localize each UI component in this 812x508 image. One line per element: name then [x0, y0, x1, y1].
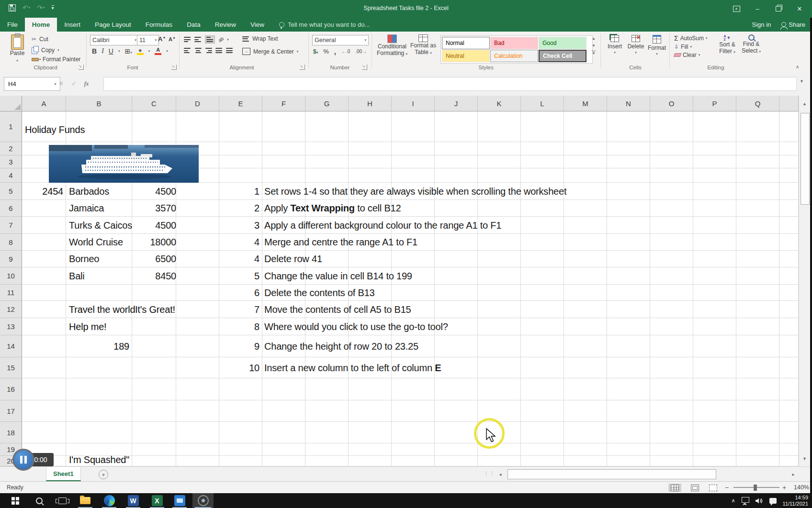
- column-header[interactable]: E: [219, 96, 262, 111]
- row-header[interactable]: 16: [0, 378, 22, 400]
- task-text-cell[interactable]: Change the value in cell B14 to 199: [264, 271, 412, 282]
- expand-formula-bar-icon[interactable]: ▼: [800, 79, 804, 84]
- task-view-button[interactable]: [53, 493, 72, 508]
- destination-value-cell[interactable]: 4500: [134, 186, 176, 197]
- cut-button[interactable]: ✂ Cut: [32, 36, 48, 43]
- cell-b13[interactable]: Help me!: [69, 318, 106, 335]
- cell-style-option[interactable]: Bad: [490, 37, 538, 49]
- row-header[interactable]: 3: [0, 155, 22, 168]
- row-header[interactable]: 15: [0, 357, 22, 378]
- tray-expand-icon[interactable]: ∧: [732, 497, 735, 504]
- destination-value-cell[interactable]: 8450: [134, 271, 176, 282]
- delete-cells-button[interactable]: ✕ Delete▾: [625, 35, 646, 55]
- find-select-button[interactable]: Find & Select ▾: [740, 34, 762, 55]
- row-header[interactable]: 4: [0, 168, 22, 183]
- ribbon-tab[interactable]: View: [243, 18, 271, 32]
- task-number-cell[interactable]: 9: [219, 341, 259, 352]
- normal-view-button[interactable]: [668, 484, 681, 492]
- task-number-cell[interactable]: 4: [219, 254, 259, 265]
- task-text-cell[interactable]: Where would you click to use the go-to t…: [264, 321, 448, 332]
- task-text-cell[interactable]: Change the height of row 20 to 23.25: [264, 341, 418, 352]
- ribbon-display-options-button[interactable]: ∧: [726, 2, 747, 16]
- destination-value-cell[interactable]: 4500: [134, 220, 176, 231]
- conditional-formatting-button[interactable]: Conditional Formatting ▾: [376, 34, 408, 57]
- scroll-right-icon[interactable]: ▸: [788, 469, 799, 480]
- row-header[interactable]: 5: [0, 183, 22, 200]
- row-header[interactable]: 13: [0, 318, 22, 335]
- taskbar-search-button[interactable]: [30, 493, 49, 508]
- align-middle-button[interactable]: [194, 37, 202, 42]
- font-dialog-launcher[interactable]: ↘: [171, 65, 177, 70]
- row-header[interactable]: 14: [0, 335, 22, 357]
- cell-style-option[interactable]: Normal: [442, 37, 490, 49]
- horizontal-scroll-thumb[interactable]: [508, 469, 716, 479]
- percent-style-button[interactable]: %: [323, 48, 329, 55]
- tell-me-box[interactable]: Tell me what you want to do...: [279, 18, 370, 32]
- task-number-cell[interactable]: 8: [219, 321, 259, 332]
- decrease-decimal-button[interactable]: .00→: [355, 49, 367, 54]
- clear-button[interactable]: Clear▾: [674, 52, 708, 58]
- format-cells-button[interactable]: Format▾: [646, 35, 667, 56]
- excel-button[interactable]: X: [147, 493, 167, 508]
- page-layout-view-button[interactable]: [688, 484, 701, 492]
- task-number-cell[interactable]: 1: [219, 186, 259, 197]
- task-number-cell[interactable]: 2: [219, 203, 259, 214]
- close-button[interactable]: ✕: [789, 2, 810, 16]
- cell-b20[interactable]: I'm Squashed": [69, 454, 129, 465]
- task-number-cell[interactable]: 3: [219, 220, 259, 231]
- column-header[interactable]: Q: [736, 96, 779, 111]
- row-header[interactable]: 17: [0, 400, 22, 422]
- clipboard-dialog-launcher[interactable]: ↘: [79, 65, 84, 70]
- column-header[interactable]: G: [305, 96, 349, 111]
- align-right-button[interactable]: [205, 48, 212, 53]
- gallery-expand-icon[interactable]: ▼: [592, 51, 596, 55]
- underline-button[interactable]: U: [109, 47, 113, 55]
- task-text-cell[interactable]: Merge and centre the range A1 to F1: [264, 237, 417, 248]
- cancel-button[interactable]: ✕: [58, 80, 64, 87]
- taskbar-clock[interactable]: 14:59 11/11/2021: [783, 495, 808, 507]
- action-center-icon[interactable]: [769, 498, 777, 504]
- column-header[interactable]: I: [392, 96, 435, 111]
- align-bottom-button[interactable]: [205, 35, 215, 44]
- ribbon-tab[interactable]: Page Layout: [88, 18, 138, 32]
- zoom-in-button[interactable]: +: [782, 484, 786, 491]
- task-text-cell[interactable]: Move the contents of cell A5 to B15: [264, 304, 411, 315]
- capture-app-button[interactable]: [170, 493, 189, 508]
- column-header[interactable]: H: [349, 96, 392, 111]
- destination-name-cell[interactable]: Barbados: [66, 186, 134, 197]
- column-header[interactable]: O: [650, 96, 693, 111]
- destination-name-cell[interactable]: Jamaica: [66, 203, 134, 214]
- scroll-down-icon[interactable]: ▼: [799, 451, 810, 466]
- row-header[interactable]: 7: [0, 217, 22, 234]
- italic-button[interactable]: I: [102, 47, 104, 55]
- task-number-cell[interactable]: 5: [219, 271, 259, 282]
- comma-style-button[interactable]: ,: [334, 47, 336, 55]
- align-top-button[interactable]: [184, 37, 191, 42]
- cell-a5[interactable]: 2454: [22, 183, 63, 200]
- decrease-indent-button[interactable]: [215, 48, 223, 53]
- minimize-button[interactable]: –: [747, 2, 768, 16]
- cell-style-option[interactable]: Good: [539, 37, 586, 49]
- zoom-level[interactable]: 140%: [789, 484, 809, 491]
- restore-button[interactable]: [768, 2, 789, 16]
- insert-function-button[interactable]: fx: [84, 80, 89, 88]
- enter-button[interactable]: ✓: [71, 80, 77, 87]
- page-break-view-button[interactable]: [707, 484, 720, 492]
- cell-b14[interactable]: 189: [66, 335, 129, 357]
- recorder-app-button[interactable]: [192, 493, 214, 508]
- start-button[interactable]: [5, 493, 24, 508]
- zoom-out-button[interactable]: −: [725, 484, 729, 491]
- collapse-ribbon-button[interactable]: ∧: [796, 64, 799, 69]
- name-box[interactable]: H4▾: [4, 77, 60, 91]
- row-header[interactable]: 11: [0, 285, 22, 301]
- copy-button[interactable]: Copy▾: [32, 46, 59, 54]
- row-header[interactable]: 6: [0, 200, 22, 217]
- paste-button[interactable]: Paste▾: [7, 34, 28, 63]
- column-header[interactable]: B: [66, 96, 132, 111]
- row-header[interactable]: 9: [0, 251, 22, 267]
- fill-button[interactable]: ⇩ Fill▾: [674, 44, 708, 50]
- word-button[interactable]: W: [124, 493, 143, 508]
- destination-value-cell[interactable]: 3570: [134, 203, 176, 214]
- task-text-cell[interactable]: Apply Text Wrapping to cell B12: [264, 203, 401, 214]
- destination-name-cell[interactable]: Bali: [66, 271, 134, 282]
